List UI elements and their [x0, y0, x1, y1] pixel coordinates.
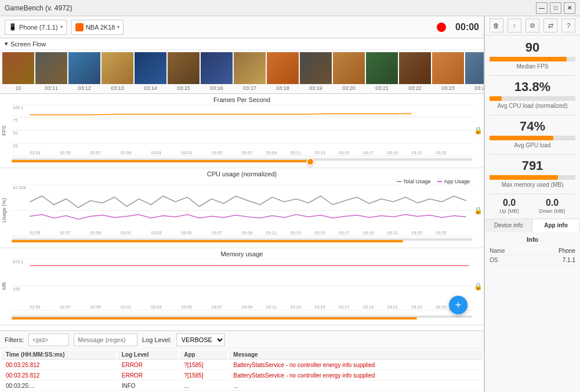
- svg-text:03:25: 03:25: [436, 231, 446, 235]
- screen-thumb-13[interactable]: 03:23: [432, 52, 464, 91]
- screen-thumb-2[interactable]: 03:12: [68, 52, 100, 91]
- log-level-label: Log Level:: [142, 336, 172, 343]
- info-row: NamePhone: [490, 246, 575, 256]
- upload-button[interactable]: ↑: [507, 19, 521, 32]
- add-button[interactable]: +: [449, 296, 467, 314]
- screen-thumb-11[interactable]: 03:21: [366, 52, 398, 91]
- right-panel: 🗑 ↑ ⚙ ⇄ ? 90 Median FPS 13.8% Avg CPU lo…: [484, 16, 580, 392]
- svg-text:100.1: 100.1: [13, 106, 23, 110]
- svg-text:03:15: 03:15: [314, 231, 325, 235]
- message-filter[interactable]: [74, 333, 137, 346]
- maximize-button[interactable]: □: [550, 2, 561, 14]
- svg-text:03:07: 03:07: [212, 231, 222, 235]
- help-button[interactable]: ?: [561, 19, 575, 32]
- cpu-chart-title: CPU usage (normalized): [0, 170, 484, 177]
- svg-text:03:21: 03:21: [387, 231, 398, 235]
- svg-text:02:59: 02:59: [90, 305, 101, 310]
- svg-text:03:09: 03:09: [242, 231, 252, 235]
- fps-lock-icon[interactable]: 🔒: [472, 104, 484, 157]
- log-filters: Filters: Log Level: VERBOSE DEBUG INFO W…: [0, 331, 484, 349]
- screen-thumb-10[interactable]: 03:20: [333, 52, 365, 91]
- svg-text:03:07: 03:07: [212, 305, 222, 310]
- device-name: Phone (7.1.1): [19, 24, 58, 31]
- screen-thumb-14[interactable]: 03:24: [465, 52, 484, 91]
- cpu-bar-fill: [490, 96, 502, 101]
- gpu-value: 74%: [490, 119, 575, 134]
- memory-lock-icon[interactable]: 🔒: [472, 259, 484, 314]
- svg-text:870.1: 870.1: [13, 260, 23, 264]
- svg-text:02:57: 02:57: [60, 231, 71, 235]
- col-time: Time (HH:MM:SS:ms): [1, 350, 116, 360]
- tab-app-info[interactable]: App info: [532, 219, 580, 233]
- svg-text:02:57: 02:57: [60, 305, 71, 310]
- screen-flow-header[interactable]: ▾ Screen Flow: [0, 38, 484, 50]
- svg-text:03:15: 03:15: [314, 305, 325, 310]
- filters-label: Filters:: [5, 336, 24, 343]
- log-level-select[interactable]: VERBOSE DEBUG INFO WARN ERROR: [176, 333, 225, 346]
- svg-text:03:13: 03:13: [314, 151, 325, 155]
- share-button[interactable]: ⇄: [543, 19, 557, 32]
- screen-thumb-0[interactable]: 10: [2, 52, 34, 91]
- info-row: OS7.1.1: [490, 256, 575, 265]
- svg-text:03:17: 03:17: [363, 151, 374, 155]
- log-row: 00:03:25:812ERROR?[1585]BatteryStatsServ…: [1, 361, 483, 370]
- svg-text:03:05: 03:05: [182, 305, 192, 310]
- memory-chart: Memory usage MB 870.1 155 02:55 02:57: [0, 248, 484, 325]
- screen-thumb-9[interactable]: 03:19: [300, 52, 332, 91]
- stats-panel: 90 Median FPS 13.8% Avg CPU load (normal…: [485, 35, 580, 219]
- down-value: 0.0: [539, 198, 566, 208]
- svg-text:25: 25: [13, 144, 17, 148]
- screen-flow: ▾ Screen Flow 1003:1103:1203:1303:1403:1…: [0, 38, 484, 94]
- cpu-chart: CPU usage (normalized) Total Usage App U…: [0, 168, 484, 248]
- screen-thumb-5[interactable]: 03:15: [168, 52, 200, 91]
- screen-thumb-8[interactable]: 03:18: [267, 52, 299, 91]
- svg-text:03:09: 03:09: [242, 305, 252, 310]
- fps-chart: Frames Per Second FPS 100.1 75 50: [0, 94, 484, 168]
- trash-button[interactable]: 🗑: [490, 19, 503, 32]
- left-panel: 📱 Phone (7.1.1) ▾ NBA 2K18 ▾ 00:00 ▾ Scr…: [0, 16, 484, 392]
- app-select[interactable]: NBA 2K18 ▾: [71, 20, 124, 35]
- screen-thumb-6[interactable]: 03:16: [201, 52, 233, 91]
- main-layout: 📱 Phone (7.1.1) ▾ NBA 2K18 ▾ 00:00 ▾ Scr…: [0, 16, 580, 392]
- record-button[interactable]: [437, 23, 446, 32]
- svg-text:02:57: 02:57: [90, 151, 101, 155]
- timer-display: 00:00: [455, 22, 479, 32]
- svg-text:03:05: 03:05: [182, 231, 192, 235]
- cpu-chart-svg: 42.329 02:55 02:57 02:59 03:01 03:03: [12, 184, 472, 237]
- minimize-button[interactable]: —: [536, 2, 548, 14]
- median-fps-bar-fill: [490, 57, 567, 61]
- screen-thumb-1[interactable]: 03:11: [35, 52, 67, 91]
- tab-device-info[interactable]: Device info: [485, 219, 532, 233]
- app-name: NBA 2K18: [86, 24, 115, 31]
- memory-chart-svg: 870.1 155 02:55 02:57 02:59 03:01 03:03: [12, 259, 472, 314]
- screen-thumb-7[interactable]: 03:17: [234, 52, 266, 91]
- log-table: Time (HH:MM:SS:ms) Log Level App Message…: [0, 349, 484, 392]
- close-button[interactable]: ✕: [564, 2, 575, 14]
- pid-filter[interactable]: [28, 333, 69, 346]
- cpu-value: 13.8%: [490, 79, 575, 95]
- svg-text:03:03: 03:03: [151, 305, 161, 310]
- screen-thumb-12[interactable]: 03:22: [399, 52, 431, 91]
- screen-thumb-3[interactable]: 03:13: [102, 52, 133, 91]
- cpu-bar: [490, 96, 575, 101]
- svg-text:03:23: 03:23: [436, 151, 446, 155]
- screen-thumb-4[interactable]: 03:14: [135, 52, 166, 91]
- svg-text:02:55: 02:55: [30, 231, 40, 235]
- svg-text:03:13: 03:13: [291, 305, 301, 310]
- memory-bar-fill: [490, 175, 558, 180]
- gpu-label: Avg GPU load: [490, 142, 575, 148]
- app-title: GameBench (v. 4972): [5, 4, 72, 12]
- memory-stat: 791 Max memory used (MB): [490, 158, 575, 188]
- svg-text:03:07: 03:07: [242, 151, 252, 155]
- memory-label: Max memory used (MB): [490, 182, 575, 188]
- device-select[interactable]: 📱 Phone (7.1.1) ▾: [5, 20, 67, 35]
- settings-button[interactable]: ⚙: [525, 19, 539, 32]
- toolbar: 📱 Phone (7.1.1) ▾ NBA 2K18 ▾ 00:00: [0, 16, 484, 38]
- log-area: Filters: Log Level: VERBOSE DEBUG INFO W…: [0, 331, 484, 392]
- svg-text:03:17: 03:17: [339, 305, 349, 310]
- col-message: Message: [229, 350, 483, 360]
- memory-chart-title: Memory usage: [0, 251, 484, 257]
- cpu-lock-icon[interactable]: 🔒: [472, 184, 484, 237]
- svg-text:03:23: 03:23: [412, 305, 422, 310]
- up-value: 0.0: [499, 198, 519, 208]
